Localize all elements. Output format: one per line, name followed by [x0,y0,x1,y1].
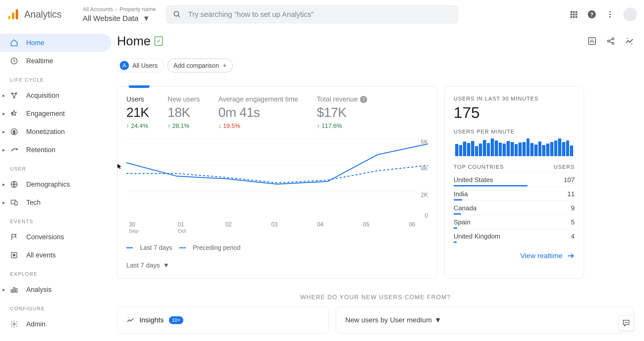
feedback-button[interactable] [618,315,634,331]
svg-rect-31 [11,290,12,292]
x-tick: 03 [271,221,278,234]
sidebar-item-admin[interactable]: Admin [0,315,113,333]
metric-tab[interactable]: Users21K↑ 24.4% [126,95,149,129]
country-list: United States107India11Canada9Spain5Unit… [454,172,575,243]
help-icon[interactable]: ? [587,10,597,19]
property-row[interactable]: All Website Data ▼ [83,14,156,23]
metric-change: ↑ 117.6% [317,122,367,129]
x-axis-labels: 30Sep01Oct0203040506 [126,221,428,234]
sidebar-item-retention[interactable]: ▸ Retention [0,141,113,159]
sidebar-item-monetization[interactable]: ▸ $ Monetization [0,123,113,141]
segment-all-users[interactable]: A All Users [117,59,164,72]
svg-point-25 [16,149,17,150]
spark-bar [526,139,530,156]
apps-icon[interactable] [569,10,578,19]
account-selector[interactable]: All Accounts › Property name All Website… [83,6,156,23]
retention-icon [10,146,19,154]
metric-change: ↑ 24.4% [126,122,149,129]
x-tick: 02 [225,221,232,234]
logo-block[interactable]: Analytics [7,8,83,20]
customize-icon[interactable] [588,37,597,46]
svg-rect-5 [570,11,572,13]
expand-icon[interactable]: ▸ [3,129,5,135]
avatar[interactable] [623,8,637,21]
svg-rect-6 [573,11,575,13]
metric-tab[interactable]: Average engagement time0m 41s↓ 19.5% [218,95,298,129]
sidebar-item-conversions[interactable]: Conversions [0,228,113,246]
x-tick: 06 [409,221,415,234]
country-name: United States [454,176,493,184]
sidebar-item-demographics[interactable]: ▸ Demographics [0,175,113,193]
svg-rect-1 [12,12,14,19]
sidebar-section: CONFIGURE [0,299,113,315]
country-users: 107 [564,176,575,184]
country-users: 9 [571,204,575,212]
help-icon[interactable]: ? [360,96,367,103]
country-name: United Kingdom [454,232,500,240]
expand-icon[interactable]: ▸ [3,92,5,98]
legend-label: Last 7 days [140,244,172,251]
search-icon [173,10,181,18]
dropdown-icon: ▼ [163,261,169,269]
share-icon[interactable] [606,37,615,46]
plus-icon: + [223,61,227,70]
sidebar-label: Retention [26,146,55,154]
sidebar-label: Acquisition [26,92,59,99]
sidebar-section: LIFE CYCLE [0,70,113,86]
property-name: All Website Data [83,14,138,23]
add-comparison-label: Add comparison [173,62,219,69]
sidebar-item-analysis[interactable]: ▸ Analysis [0,281,113,299]
more-icon[interactable] [606,10,614,19]
metric-label: Total revenue ? [317,95,367,103]
app-header: Analytics All Accounts › Property name A… [0,0,644,29]
svg-rect-32 [13,288,15,292]
insights-label: Insights [139,316,164,324]
insights-count-badge: 10+ [169,316,184,324]
x-tick: 04 [317,221,324,234]
search-input[interactable]: Try searching "how to set up Analytics" [166,5,458,24]
clock-icon [10,57,19,65]
sidebar-item-acquisition[interactable]: ▸ Acquisition [0,86,113,105]
metric-tab[interactable]: New users18K↑ 28.1% [168,95,200,129]
medium-selector[interactable]: New users by User medium ▼ [345,316,625,324]
page-actions [588,37,634,46]
view-realtime-link[interactable]: View realtime [454,252,575,260]
sidebar-section: USER [0,159,113,175]
expand-icon[interactable]: ▸ [3,111,5,117]
country-name: Canada [454,204,477,212]
sidebar-label: Admin [26,320,46,328]
view-realtime-label: View realtime [520,252,563,260]
spark-bar [522,142,526,156]
spark-bar [471,141,474,156]
svg-rect-2 [16,9,18,19]
expand-icon[interactable]: ▸ [3,199,5,206]
add-comparison-button[interactable]: Add comparison + [167,58,233,73]
metric-value: 21K [126,105,149,120]
date-range-selector[interactable]: Last 7 days ▼ [126,261,428,269]
insights-icon[interactable] [625,37,634,46]
sidebar-item-engagement[interactable]: ▸ Engagement [0,105,113,123]
y-tick: 6K [421,139,428,145]
sidebar: Home Realtime LIFE CYCLE ▸ Acquisition ▸… [0,29,113,341]
spark-bar [479,144,482,156]
svg-rect-8 [570,14,572,15]
insights-card[interactable]: Insights 10+ [117,307,329,333]
metric-tab[interactable]: Total revenue ?$17K↑ 117.6% [317,95,367,129]
country-name: India [454,190,468,198]
expand-icon[interactable]: ▸ [3,287,5,293]
expand-icon[interactable]: ▸ [3,181,5,187]
verified-doc-icon: ✓ [155,37,163,46]
spark-bar [467,143,470,156]
sidebar-item-tech[interactable]: ▸ Tech [0,193,113,212]
spark-bar [515,144,518,156]
sidebar-item-home[interactable]: Home [0,34,111,52]
sidebar-item-realtime[interactable]: Realtime [0,52,113,70]
metric-change: ↓ 19.5% [218,122,298,129]
sidebar-item-all-events[interactable]: All events [0,246,113,264]
svg-rect-0 [8,16,11,19]
expand-icon[interactable]: ▸ [3,147,5,153]
users-per-minute-spark [454,139,575,156]
spark-bar [511,142,514,156]
spark-bar [483,140,486,156]
overview-card: Users21K↑ 24.4%New users18K↑ 28.1%Averag… [117,86,437,279]
